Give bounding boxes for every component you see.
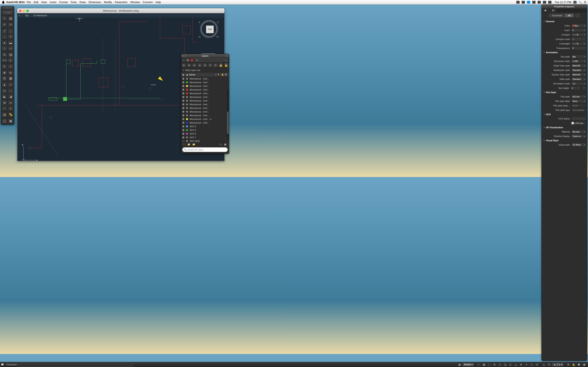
layer-visibility-icon[interactable] bbox=[182, 111, 184, 113]
layer-search[interactable]: 🔍 Search for layer bbox=[182, 147, 228, 152]
viewport-view[interactable]: Top bbox=[25, 14, 29, 17]
tool-block[interactable]: ▢ bbox=[2, 118, 7, 123]
layer-color-swatch[interactable] bbox=[186, 122, 188, 124]
layer-color-swatch[interactable] bbox=[186, 133, 188, 135]
layer-color-swatch[interactable] bbox=[186, 118, 188, 120]
tool-ellipse[interactable]: ⬭ bbox=[2, 46, 7, 51]
tool-array[interactable]: ▦ bbox=[8, 76, 13, 81]
layer-color-swatch[interactable] bbox=[186, 89, 188, 91]
tool-polygon[interactable]: ▱ bbox=[8, 46, 13, 51]
tool-trim[interactable]: ✂ bbox=[2, 89, 7, 93]
layer-visibility-icon[interactable] bbox=[182, 89, 184, 91]
header-visibility-icon[interactable]: ◉ bbox=[182, 73, 185, 76]
header-lock-icon[interactable]: 🔒 bbox=[221, 73, 224, 76]
palette-titlebar[interactable] bbox=[1, 6, 14, 9]
app-name[interactable]: AutoCAD 2014 bbox=[6, 1, 25, 4]
tool-extend[interactable]: → bbox=[8, 89, 13, 93]
layer-color-swatch[interactable] bbox=[186, 129, 188, 131]
layer-row[interactable]: Mechanical - Xref... bbox=[181, 99, 229, 103]
tool-stretch[interactable]: ↔ bbox=[2, 106, 7, 111]
layer-folder-1[interactable]: 📁 bbox=[187, 143, 191, 146]
layer-color-swatch[interactable] bbox=[186, 96, 188, 98]
tool-mirror[interactable]: ▲ bbox=[2, 82, 7, 87]
layer-tool-4[interactable]: ≋ bbox=[197, 63, 202, 67]
layer-visibility-icon[interactable] bbox=[182, 96, 184, 98]
tool-group[interactable]: ▣ bbox=[8, 118, 13, 123]
layer-row[interactable]: Mechanical - Xref... bbox=[181, 84, 229, 88]
layerstate-lock-icon[interactable] bbox=[190, 59, 193, 62]
layer-visibility-icon[interactable] bbox=[182, 78, 184, 80]
viewport-plus[interactable]: + bbox=[19, 14, 20, 17]
tool-erase[interactable]: ✎ bbox=[2, 64, 7, 69]
layer-visibility-icon[interactable] bbox=[182, 136, 184, 138]
tool-leader[interactable]: ↙ bbox=[8, 58, 13, 63]
layer-color-swatch[interactable] bbox=[186, 140, 188, 142]
tool-point[interactable]: ＋ bbox=[2, 16, 7, 21]
layer-color-swatch[interactable] bbox=[186, 81, 188, 83]
menu-help[interactable]: Help bbox=[155, 1, 161, 4]
tool-scale[interactable]: ⤢ bbox=[8, 82, 13, 87]
layer-visibility-icon[interactable] bbox=[182, 81, 184, 83]
apple-icon[interactable] bbox=[2, 1, 5, 4]
layer-color-swatch[interactable] bbox=[186, 100, 188, 102]
layer-row[interactable]: Mechanical - Xref... bbox=[181, 106, 229, 110]
tool-mtext[interactable]: ▤ bbox=[8, 52, 13, 57]
tool-line[interactable]: ╱ bbox=[2, 29, 7, 33]
layer-row[interactable]: Mechanical - Xref... bbox=[181, 95, 229, 99]
layer-color-swatch[interactable] bbox=[186, 85, 188, 87]
menu-tools[interactable]: Tools bbox=[70, 1, 77, 4]
close-button[interactable] bbox=[19, 9, 21, 12]
layer-row[interactable]: Mechanical - Xref... bbox=[181, 114, 229, 117]
layers-titlebar[interactable]: Layers bbox=[181, 54, 229, 58]
tool-break[interactable]: ⏚ bbox=[8, 106, 13, 111]
menu-connect[interactable]: Connect bbox=[143, 1, 153, 4]
layer-visibility-icon[interactable] bbox=[182, 122, 184, 124]
header-freeze-icon[interactable]: ❄ bbox=[217, 73, 220, 76]
layer-row[interactable]: SHT-SIZE bbox=[181, 139, 229, 142]
layer-visibility-icon[interactable] bbox=[182, 125, 184, 127]
layer-row[interactable]: SHT-7 bbox=[181, 136, 229, 139]
layer-filter-button[interactable] bbox=[182, 143, 186, 146]
tool-dimension[interactable]: ⟷ bbox=[2, 58, 7, 63]
menu-parametric[interactable]: Parametric bbox=[115, 1, 128, 4]
layer-row[interactable]: Mechanical - Xref... bbox=[181, 110, 229, 114]
layer-state-dropdown[interactable]: 0 bbox=[195, 58, 228, 62]
tool-move[interactable]: ✥ bbox=[2, 70, 7, 75]
layer-visibility-icon[interactable] bbox=[182, 103, 184, 105]
layer-row[interactable]: Mechanical - Xref... bbox=[181, 81, 229, 84]
viewcube[interactable]: E S W N TOP bbox=[200, 20, 218, 38]
tool-chamfer[interactable]: ◢ bbox=[8, 94, 13, 99]
menu-format[interactable]: Format bbox=[59, 1, 68, 4]
layer-color-swatch[interactable] bbox=[186, 107, 188, 109]
layer-row[interactable]: Mechanical - Xref... bbox=[181, 121, 229, 125]
viewport-style[interactable]: 2D Wireframe bbox=[33, 14, 47, 17]
tool-explode[interactable]: ✧ bbox=[8, 64, 13, 69]
layer-row[interactable]: SHT-6 bbox=[181, 132, 229, 136]
viewcube-e[interactable]: E bbox=[199, 21, 200, 24]
layer-visibility-icon[interactable] bbox=[182, 85, 184, 87]
layer-color-swatch[interactable] bbox=[186, 114, 188, 117]
layer-row[interactable]: SHT-2 bbox=[181, 125, 229, 128]
tool-copy[interactable]: ⿻ bbox=[2, 76, 7, 81]
tool-hatch[interactable]: ▨ bbox=[8, 16, 13, 21]
menu-dimension[interactable]: Dimension bbox=[89, 1, 101, 4]
layer-color-swatch[interactable] bbox=[186, 103, 188, 105]
tool-polyline[interactable]: ⦦ bbox=[2, 34, 7, 39]
tool-layer[interactable]: ▤ bbox=[2, 112, 7, 117]
menu-file[interactable]: File bbox=[26, 1, 31, 4]
layer-row[interactable]: Mechanical - Xref... bbox=[181, 77, 229, 81]
layer-tool-3[interactable]: ≋ bbox=[192, 63, 197, 67]
layer-color-swatch[interactable] bbox=[186, 111, 188, 113]
layer-color-swatch[interactable] bbox=[186, 125, 188, 127]
window-titlebar[interactable]: Mechanical - Multileaders.dwg bbox=[17, 8, 224, 13]
viewcube-n[interactable]: N bbox=[199, 36, 200, 38]
layer-color-swatch[interactable] bbox=[186, 136, 188, 138]
minimize-button[interactable] bbox=[23, 9, 25, 12]
tool-insert-block[interactable]: ▭ ▾ bbox=[2, 10, 13, 15]
hide-layer-list-row[interactable]: ▼ Hide Layer List bbox=[181, 68, 229, 72]
menu-edit[interactable]: Edit bbox=[34, 1, 38, 4]
layer-tool-1[interactable]: ≋ bbox=[181, 63, 186, 67]
tool-undo[interactable]: ↶ bbox=[2, 22, 7, 27]
layer-tool-7[interactable]: ⟳ bbox=[213, 63, 218, 67]
layer-visibility-icon[interactable] bbox=[182, 107, 184, 109]
